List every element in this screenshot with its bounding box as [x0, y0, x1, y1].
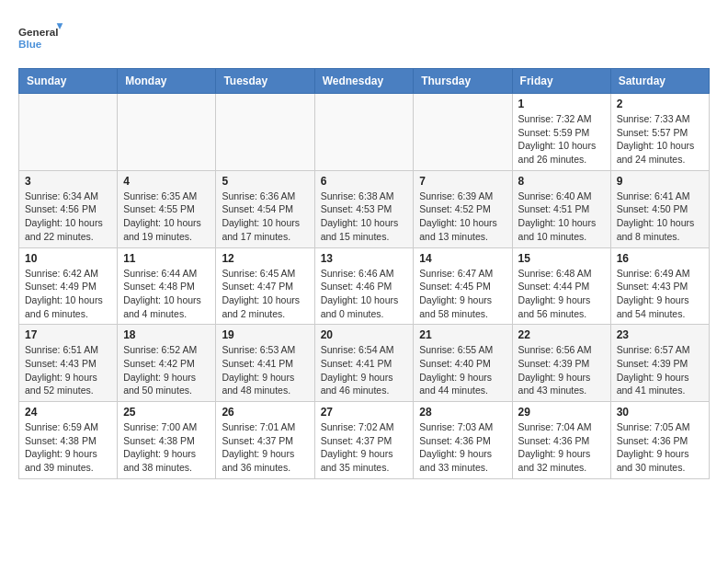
day-info: Sunrise: 6:41 AM Sunset: 4:50 PM Dayligh…: [617, 190, 703, 244]
day-number: 2: [617, 98, 703, 110]
day-info: Sunrise: 7:04 AM Sunset: 4:36 PM Dayligh…: [518, 420, 605, 475]
day-info: Sunrise: 6:47 AM Sunset: 4:45 PM Dayligh…: [419, 267, 506, 321]
day-number: 15: [518, 252, 605, 265]
day-number: 10: [25, 252, 111, 265]
calendar-cell: 7Sunrise: 6:39 AM Sunset: 4:52 PM Daylig…: [414, 170, 512, 247]
day-number: 5: [222, 175, 308, 188]
day-info: Sunrise: 6:44 AM Sunset: 4:48 PM Dayligh…: [123, 267, 210, 321]
day-number: 17: [25, 328, 111, 341]
day-info: Sunrise: 7:02 AM Sunset: 4:37 PM Dayligh…: [321, 420, 408, 475]
calendar-header-sunday: Sunday: [19, 69, 118, 94]
day-info: Sunrise: 6:38 AM Sunset: 4:53 PM Dayligh…: [321, 190, 408, 244]
day-info: Sunrise: 6:42 AM Sunset: 4:49 PM Dayligh…: [25, 267, 111, 321]
calendar-cell: 24Sunrise: 6:59 AM Sunset: 4:38 PM Dayli…: [19, 402, 118, 479]
calendar-cell: 11Sunrise: 6:44 AM Sunset: 4:48 PM Dayli…: [118, 247, 216, 325]
calendar-header-wednesday: Wednesday: [314, 69, 414, 94]
day-info: Sunrise: 6:46 AM Sunset: 4:46 PM Dayligh…: [321, 267, 408, 321]
day-number: 1: [518, 98, 605, 110]
calendar-cell: 5Sunrise: 6:36 AM Sunset: 4:54 PM Daylig…: [216, 170, 314, 247]
day-number: 7: [419, 175, 506, 188]
day-number: 30: [617, 406, 703, 419]
day-number: 24: [25, 406, 111, 419]
calendar-cell: 18Sunrise: 6:52 AM Sunset: 4:42 PM Dayli…: [118, 325, 216, 402]
day-number: 3: [25, 175, 111, 188]
calendar-cell: 8Sunrise: 6:40 AM Sunset: 4:51 PM Daylig…: [512, 170, 610, 247]
day-number: 18: [123, 328, 210, 341]
calendar-cell: 2Sunrise: 7:33 AM Sunset: 5:57 PM Daylig…: [610, 94, 709, 171]
calendar-cell: 23Sunrise: 6:57 AM Sunset: 4:39 PM Dayli…: [610, 325, 709, 402]
calendar-cell: 6Sunrise: 6:38 AM Sunset: 4:53 PM Daylig…: [314, 170, 414, 247]
calendar-week-row: 3Sunrise: 6:34 AM Sunset: 4:56 PM Daylig…: [19, 170, 710, 247]
calendar-cell: [118, 94, 216, 171]
calendar-cell: 21Sunrise: 6:55 AM Sunset: 4:40 PM Dayli…: [414, 325, 512, 402]
calendar-cell: 19Sunrise: 6:53 AM Sunset: 4:41 PM Dayli…: [216, 325, 314, 402]
day-number: 4: [123, 175, 210, 188]
day-info: Sunrise: 7:32 AM Sunset: 5:59 PM Dayligh…: [518, 112, 605, 167]
day-number: 9: [617, 175, 703, 188]
calendar-cell: 1Sunrise: 7:32 AM Sunset: 5:59 PM Daylig…: [512, 94, 610, 171]
day-number: 20: [321, 328, 408, 341]
day-info: Sunrise: 6:59 AM Sunset: 4:38 PM Dayligh…: [25, 420, 111, 475]
calendar-cell: 10Sunrise: 6:42 AM Sunset: 4:49 PM Dayli…: [19, 247, 118, 325]
calendar-cell: 28Sunrise: 7:03 AM Sunset: 4:36 PM Dayli…: [414, 402, 512, 479]
logo-svg: General Blue: [18, 18, 64, 59]
day-number: 13: [321, 252, 408, 265]
day-info: Sunrise: 6:34 AM Sunset: 4:56 PM Dayligh…: [25, 190, 111, 244]
calendar-cell: 12Sunrise: 6:45 AM Sunset: 4:47 PM Dayli…: [216, 247, 314, 325]
calendar-header-row: SundayMondayTuesdayWednesdayThursdayFrid…: [19, 69, 710, 94]
day-info: Sunrise: 6:40 AM Sunset: 4:51 PM Dayligh…: [518, 190, 605, 244]
day-number: 23: [617, 328, 703, 341]
calendar-header-thursday: Thursday: [414, 69, 512, 94]
day-info: Sunrise: 6:35 AM Sunset: 4:55 PM Dayligh…: [123, 190, 210, 244]
day-number: 14: [419, 252, 506, 265]
calendar-header-saturday: Saturday: [610, 69, 709, 94]
day-number: 22: [518, 328, 605, 341]
calendar-cell: 4Sunrise: 6:35 AM Sunset: 4:55 PM Daylig…: [118, 170, 216, 247]
day-number: 27: [321, 406, 408, 419]
day-info: Sunrise: 6:36 AM Sunset: 4:54 PM Dayligh…: [222, 190, 308, 244]
calendar-cell: 20Sunrise: 6:54 AM Sunset: 4:41 PM Dayli…: [314, 325, 414, 402]
day-number: 29: [518, 406, 605, 419]
calendar-cell: 17Sunrise: 6:51 AM Sunset: 4:43 PM Dayli…: [19, 325, 118, 402]
calendar-header-tuesday: Tuesday: [216, 69, 314, 94]
day-info: Sunrise: 6:39 AM Sunset: 4:52 PM Dayligh…: [419, 190, 506, 244]
day-info: Sunrise: 6:52 AM Sunset: 4:42 PM Dayligh…: [123, 343, 210, 397]
calendar-cell: 30Sunrise: 7:05 AM Sunset: 4:36 PM Dayli…: [610, 402, 709, 479]
day-info: Sunrise: 6:53 AM Sunset: 4:41 PM Dayligh…: [222, 343, 308, 397]
day-info: Sunrise: 7:05 AM Sunset: 4:36 PM Dayligh…: [617, 420, 703, 475]
day-number: 11: [123, 252, 210, 265]
calendar-cell: [19, 94, 118, 171]
day-number: 16: [617, 252, 703, 265]
calendar-cell: 25Sunrise: 7:00 AM Sunset: 4:38 PM Dayli…: [118, 402, 216, 479]
calendar-cell: [216, 94, 314, 171]
day-number: 28: [419, 406, 506, 419]
calendar-cell: 9Sunrise: 6:41 AM Sunset: 4:50 PM Daylig…: [610, 170, 709, 247]
calendar-cell: 15Sunrise: 6:48 AM Sunset: 4:44 PM Dayli…: [512, 247, 610, 325]
day-info: Sunrise: 6:54 AM Sunset: 4:41 PM Dayligh…: [321, 343, 408, 397]
day-number: 25: [123, 406, 210, 419]
day-number: 19: [222, 328, 308, 341]
calendar: SundayMondayTuesdayWednesdayThursdayFrid…: [18, 68, 710, 479]
calendar-week-row: 17Sunrise: 6:51 AM Sunset: 4:43 PM Dayli…: [19, 325, 710, 402]
day-info: Sunrise: 7:01 AM Sunset: 4:37 PM Dayligh…: [222, 420, 308, 475]
day-info: Sunrise: 6:49 AM Sunset: 4:43 PM Dayligh…: [617, 267, 703, 321]
day-info: Sunrise: 6:55 AM Sunset: 4:40 PM Dayligh…: [419, 343, 506, 397]
calendar-week-row: 1Sunrise: 7:32 AM Sunset: 5:59 PM Daylig…: [19, 94, 710, 171]
day-number: 26: [222, 406, 308, 419]
calendar-week-row: 10Sunrise: 6:42 AM Sunset: 4:49 PM Dayli…: [19, 247, 710, 325]
day-info: Sunrise: 7:33 AM Sunset: 5:57 PM Dayligh…: [617, 112, 703, 167]
calendar-cell: 29Sunrise: 7:04 AM Sunset: 4:36 PM Dayli…: [512, 402, 610, 479]
calendar-cell: 16Sunrise: 6:49 AM Sunset: 4:43 PM Dayli…: [610, 247, 709, 325]
day-number: 6: [321, 175, 408, 188]
calendar-cell: [414, 94, 512, 171]
calendar-cell: 22Sunrise: 6:56 AM Sunset: 4:39 PM Dayli…: [512, 325, 610, 402]
logo: General Blue: [18, 18, 64, 59]
day-info: Sunrise: 6:48 AM Sunset: 4:44 PM Dayligh…: [518, 267, 605, 321]
calendar-header-monday: Monday: [118, 69, 216, 94]
day-info: Sunrise: 6:51 AM Sunset: 4:43 PM Dayligh…: [25, 343, 111, 397]
calendar-cell: 3Sunrise: 6:34 AM Sunset: 4:56 PM Daylig…: [19, 170, 118, 247]
svg-text:Blue: Blue: [18, 38, 42, 50]
day-number: 12: [222, 252, 308, 265]
calendar-cell: [314, 94, 414, 171]
day-info: Sunrise: 6:56 AM Sunset: 4:39 PM Dayligh…: [518, 343, 605, 397]
